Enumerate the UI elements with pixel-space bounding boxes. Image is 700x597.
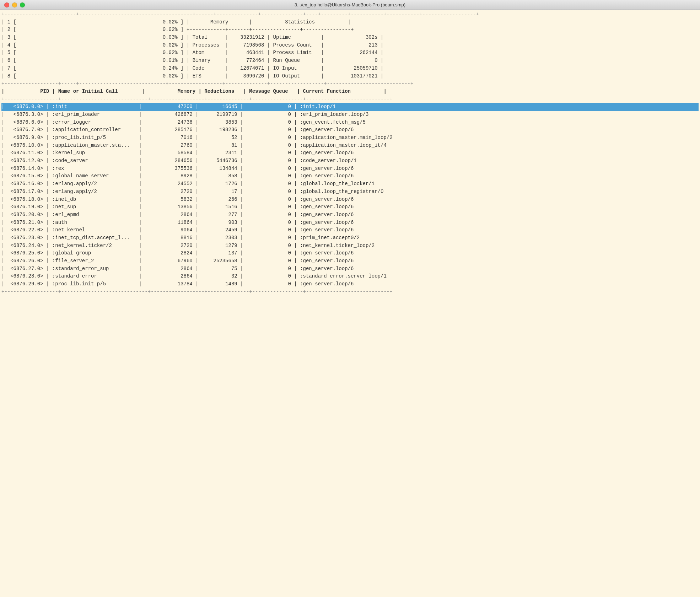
process-row[interactable]: | <6876.11.0> | :kernel_sup | 58584 | 23… [1,149,699,157]
process-row[interactable]: | <6876.3.0> | :erl_prim_loader | 426872… [1,111,699,119]
table-row[interactable]: | 3 [ 0.03% ] | Total | 33231912 | Uptim… [1,34,699,42]
process-row[interactable]: | <6876.28.0> | :standard_error | 2864 |… [1,273,699,280]
process-row[interactable]: | <6876.21.0> | :auth | 11864 | 903 | 0 … [1,219,699,227]
process-row[interactable]: | <6876.7.0> | :application_controller |… [1,126,699,134]
divider-line: +------------------------+--------------… [1,11,699,18]
table-row[interactable]: | 6 [ 0.01% ] | Binary | 772464 | Run Qu… [1,57,699,65]
process-row[interactable]: | <6876.22.0> | :net_kernel | 9064 | 245… [1,226,699,234]
table-row[interactable]: | 8 [ 0.02% ] | ETS | 3696720 | IO Outpu… [1,72,699,80]
maximize-button[interactable] [20,2,25,7]
close-button[interactable] [4,2,9,7]
table-row[interactable]: | 5 [ 0.02% ] | Atom | 463441 | Process … [1,49,699,57]
process-row[interactable]: | <6876.16.0> | :erlang.apply/2 | 24552 … [1,180,699,188]
process-row[interactable]: | <6876.27.0> | :standard_error_sup | 28… [1,265,699,273]
process-row[interactable]: | <6876.15.0> | :global_name_server | 89… [1,172,699,180]
process-row[interactable]: | <6876.9.0> | :proc_lib.init_p/5 | 7016… [1,134,699,142]
window-controls [4,2,25,7]
process-row[interactable]: | <6876.20.0> | :erl_epmd | 2864 | 277 |… [1,211,699,219]
table-row[interactable]: | 1 [ 0.02% ] | Memory | Statistics | [1,18,699,26]
process-row[interactable]: | <6876.6.0> | :error_logger | 24736 | 3… [1,119,699,127]
process-row[interactable]: | <6876.14.0> | :rex | 375536 | 134844 |… [1,165,699,173]
process-row[interactable]: | <6876.18.0> | :inet_db | 5832 | 266 | … [1,196,699,204]
process-row[interactable]: | <6876.0.0> | :init | 47200 | 16645 | 0… [1,103,699,111]
divider-line: +------------------+-----+--------------… [1,80,699,88]
title-bar: 3. ./ex_top hello@Utkarshs-MacBook-Pro (… [0,0,700,10]
process-row[interactable]: | <6876.29.0> | :proc_lib.init_p/5 | 137… [1,280,699,288]
column-header: | PID | Name or Initial Call | Memory | … [1,88,699,96]
table-row[interactable]: | 7 [ 0.24% ] | Code | 12674071 | IO Inp… [1,65,699,72]
process-row[interactable]: | <6876.26.0> | :file_server_2 | 67960 |… [1,257,699,265]
minimize-button[interactable] [12,2,17,7]
table-row[interactable]: | 2 [ 0.02% ] +------------+-------+----… [1,26,699,34]
term-content: +------------------------+--------------… [0,10,700,296]
window-title: 3. ./ex_top hello@Utkarshs-MacBook-Pro (… [295,2,405,7]
process-row[interactable]: | <6876.25.0> | :global_group | 2824 | 1… [1,249,699,257]
divider-line: +------------------+--------------------… [1,288,699,296]
process-row[interactable]: | <6876.12.0> | :code_server | 284656 | … [1,157,699,165]
process-row[interactable]: | <6876.24.0> | :net_kernel.ticker/2 | 2… [1,242,699,250]
process-row[interactable]: | <6876.10.0> | :application_master.sta.… [1,142,699,150]
table-row[interactable]: | 4 [ 0.02% ] | Processes | 7198568 | Pr… [1,42,699,49]
process-row[interactable]: | <6876.19.0> | :net_sup | 13856 | 1516 … [1,203,699,211]
terminal[interactable]: +------------------------+--------------… [0,10,700,597]
divider-line: +------------------+--------------------… [1,96,699,103]
process-row[interactable]: | <6876.17.0> | :erlang.apply/2 | 2720 |… [1,188,699,196]
process-row[interactable]: | <6876.23.0> | :inet_tcp_dist.accept_l.… [1,234,699,242]
